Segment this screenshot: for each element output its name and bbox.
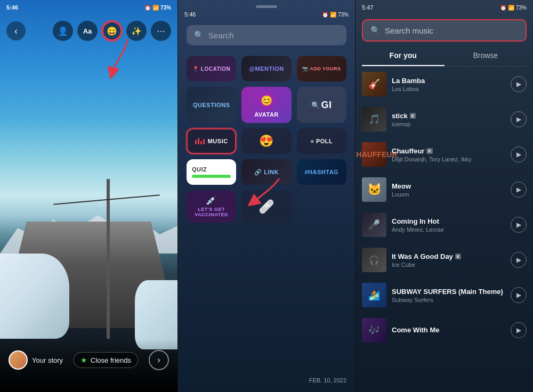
person-icon-btn[interactable]: 👤 — [53, 21, 73, 41]
more-icon-btn[interactable]: ⋯ — [151, 21, 171, 41]
sticker-mention[interactable]: @MENTION — [241, 56, 291, 81]
song-title-cominghot: Coming In Hot — [392, 217, 505, 225]
gif-label: GI — [321, 100, 332, 111]
back-icon: ‹ — [14, 26, 18, 37]
sticker-search-bar[interactable]: 🔍 Search — [187, 25, 346, 45]
tab-foryou[interactable]: For you — [362, 46, 445, 66]
play-btn-chauffeur[interactable]: ▶ — [511, 146, 527, 162]
music-bars-icon — [195, 138, 205, 144]
music-item-itwasagoodday[interactable]: 🎧 It Was A Good Day E Ice Cube ▶ — [356, 242, 533, 277]
sticker-hashtag[interactable]: #HASHTAG — [297, 159, 346, 185]
your-story-button[interactable]: Your story — [9, 350, 63, 370]
red-arrow-p2 — [242, 176, 285, 210]
wifi-icon: 📶 — [152, 5, 159, 11]
sticker-quiz[interactable]: QUIZ — [187, 159, 236, 185]
sparkle-icon: ✨ — [131, 26, 142, 36]
next-button[interactable]: › — [149, 350, 169, 370]
friends-star-icon: ★ — [80, 356, 87, 364]
sticker-poll[interactable]: ≡ POLL — [297, 128, 346, 154]
sticker-vaccinated[interactable]: 💉 LET'S GETVACCINATED — [187, 190, 236, 223]
sticker-location[interactable]: 📍 LOCATION — [187, 56, 236, 81]
back-button[interactable]: ‹ — [6, 21, 26, 40]
sticker-emoji[interactable]: 😍 — [241, 128, 291, 154]
story-toolbar: ‹ 👤 Aa 😄 ✨ ⋯ — [0, 15, 177, 47]
song-title-comewith: Come With Me — [392, 326, 505, 334]
play-btn-meow[interactable]: ▶ — [511, 182, 527, 198]
explicit-badge-icecube: E — [455, 254, 461, 259]
sticker-icon: 😄 — [107, 26, 117, 36]
avatar-label: AVATAR — [254, 111, 279, 118]
clock-icon-p3: ⏰ — [500, 5, 506, 11]
explicit-badge-chauffeur: E — [426, 148, 432, 154]
music-info-chauffeur: Chauffeur E Diljit Dosanjh, Tory Lanez, … — [392, 147, 505, 162]
sticker-avatar[interactable]: 😊 AVATAR — [241, 87, 291, 123]
song-title-chauffeur: Chauffeur E — [392, 147, 505, 155]
play-btn-comewith[interactable]: ▶ — [511, 322, 527, 338]
battery-p3: 73% — [516, 5, 527, 11]
link-label: 🔗 LINK — [254, 169, 279, 176]
sticker-gif[interactable]: 🔍 GI — [297, 87, 346, 123]
clock-icon-p2: ⏰ — [322, 12, 328, 18]
play-btn-itwasagoodday[interactable]: ▶ — [511, 252, 527, 268]
play-btn-subway[interactable]: ▶ — [511, 287, 527, 303]
music-info-comewith: Come With Me — [392, 326, 505, 335]
search-icon-p3: 🔍 — [370, 26, 381, 35]
utility-pole — [107, 179, 110, 339]
tab-browse[interactable]: Browse — [445, 46, 527, 66]
hashtag-label: #HASHTAG — [304, 169, 338, 175]
sticker-addyours[interactable]: 📷 ADD YOURS — [297, 56, 346, 81]
thumb-cominghot: 🎤 — [362, 213, 386, 237]
status-icons-p1: ⏰ 📶 73% — [144, 5, 171, 11]
quiz-bar — [192, 175, 231, 178]
music-info-labamba: La Bamba Los Lobos — [392, 77, 505, 92]
song-artist-subway: Subway Surfers — [392, 297, 505, 303]
music-info-itwasagoodday: It Was A Good Day E Ice Cube — [392, 252, 505, 268]
panel3-music-search: 5:47 ⏰ 📶 73% 🔍 Search music For you Brow… — [355, 0, 533, 392]
music-info-stick: stick E icemop — [392, 112, 505, 127]
music-item-meow[interactable]: 🐱 Meow Lvusm ▶ — [356, 172, 533, 207]
quiz-label: QUIZ — [192, 166, 207, 173]
clock-icon: ⏰ — [144, 5, 151, 11]
music-tabs: For you Browse — [362, 46, 527, 67]
play-btn-stick[interactable]: ▶ — [511, 111, 527, 127]
poll-label: ≡ POLL — [310, 138, 333, 144]
text-icon-btn[interactable]: Aa — [77, 21, 98, 41]
text-icon: Aa — [83, 27, 92, 35]
music-item-stick[interactable]: 🎵 stick E icemop ▶ — [356, 102, 533, 137]
play-btn-cominghot[interactable]: ▶ — [511, 217, 527, 233]
vaccinated-label: LET'S GETVACCINATED — [195, 207, 228, 217]
close-friends-button[interactable]: ★ Close friends — [74, 352, 138, 368]
thumb-labamba: 🎸 — [362, 72, 386, 96]
music-item-labamba[interactable]: 🎸 La Bamba Los Lobos ▶ — [356, 67, 533, 102]
tab-browse-label: Browse — [473, 51, 498, 60]
emoji-label: 😍 — [259, 134, 274, 148]
battery-p1: 73% — [160, 5, 171, 11]
music-item-subway[interactable]: 🏄 SUBWAY SURFERS (Main Theme) Subway Sur… — [356, 277, 533, 313]
song-title-meow: Meow — [392, 182, 505, 190]
song-artist-meow: Lvusm — [392, 191, 505, 198]
music-search-placeholder: Search music — [385, 26, 433, 35]
status-bar-p1: 5:46 ⏰ 📶 73% — [0, 0, 177, 15]
music-item-cominghot[interactable]: 🎤 Coming In Hot Andy Mineo, Lecrae ▶ — [356, 207, 533, 242]
sticker-music[interactable]: MUSIC — [187, 128, 236, 154]
snow-left — [0, 254, 69, 339]
gif-icon: 🔍 — [311, 101, 320, 109]
addyours-label: 📷 ADD YOURS — [302, 66, 341, 71]
play-btn-labamba[interactable]: ▶ — [511, 76, 527, 92]
search-icon-p2: 🔍 — [194, 30, 204, 40]
music-item-comewith[interactable]: 🎶 Come With Me ▶ — [356, 313, 533, 348]
status-icons-p2: ⏰ 📶 73% — [322, 12, 349, 18]
song-title-stick: stick E — [392, 112, 505, 120]
sticker-questions[interactable]: QUESTIONS — [187, 87, 236, 123]
wifi-icon-p2: 📶 — [330, 12, 336, 18]
time-p2: 5:46 — [184, 11, 196, 18]
music-label: MUSIC — [208, 138, 228, 144]
song-title-itwasagoodday: It Was A Good Day E — [392, 252, 505, 260]
music-search-bar[interactable]: 🔍 Search music — [362, 19, 527, 42]
song-artist-itwasagoodday: Ice Cube — [392, 262, 505, 268]
close-friends-label: Close friends — [91, 356, 131, 364]
music-info-cominghot: Coming In Hot Andy Mineo, Lecrae — [392, 217, 505, 233]
music-item-chauffeur[interactable]: CHAUFFEUR Chauffeur E Diljit Dosanjh, To… — [356, 137, 533, 172]
thumb-chauffeur: CHAUFFEUR — [362, 142, 386, 167]
more-icon: ⋯ — [157, 26, 165, 36]
